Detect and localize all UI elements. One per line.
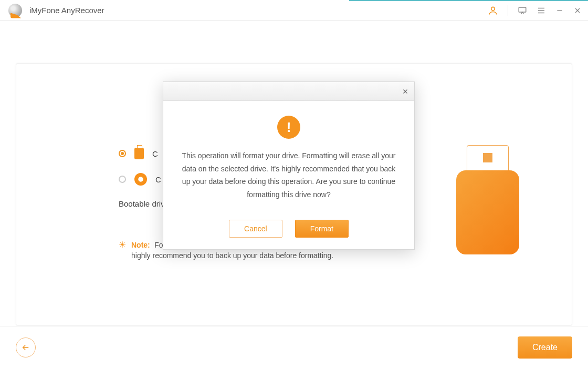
cancel-button[interactable]: Cancel <box>229 220 282 238</box>
format-confirm-dialog: ! This operation will format your drive.… <box>163 81 415 250</box>
dialog-titlebar <box>163 82 414 101</box>
format-button[interactable]: Format <box>295 220 349 238</box>
warning-icon: ! <box>277 116 300 139</box>
dialog-close-icon[interactable] <box>402 88 409 95</box>
dialog-message: This operation will format your drive. F… <box>181 149 396 201</box>
modal-overlay: ! This operation will format your drive.… <box>0 0 588 368</box>
